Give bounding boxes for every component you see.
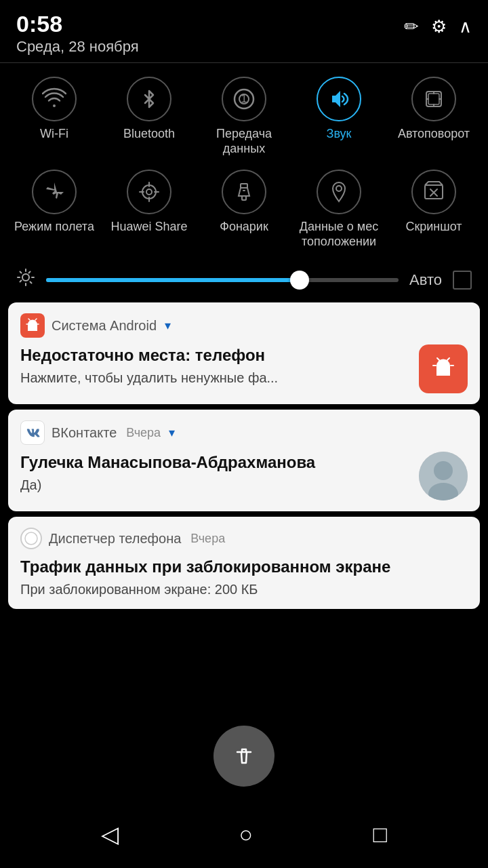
svg-point-13: [434, 461, 453, 480]
status-bar: 0:58 Среда, 28 ноября ✏ ⚙ ∧: [0, 0, 488, 62]
back-button[interactable]: ◁: [101, 821, 119, 848]
brightness-auto-label: Авто: [409, 271, 442, 289]
notif-header-android: Система Android ▾: [20, 313, 468, 338]
svg-point-15: [25, 532, 37, 545]
qs-autorotate[interactable]: Автоповорот: [390, 77, 478, 156]
notif-header-vk: ВКонтакте Вчера ▾: [20, 420, 468, 445]
qs-bluetooth[interactable]: Bluetooth: [105, 77, 193, 156]
vk-notif-dropdown[interactable]: ▾: [169, 425, 175, 440]
qs-huawei-share[interactable]: Huawei Share: [105, 170, 193, 249]
qs-sound[interactable]: Звук: [295, 77, 383, 156]
wifi-label: Wi-Fi: [40, 127, 68, 142]
status-action-icons: ✏ ⚙ ∧: [404, 12, 472, 37]
svg-point-9: [336, 186, 342, 191]
clear-notifications-area: [214, 726, 274, 787]
vk-notif-title: Гулечка Манасыпова-Абдрахманова: [20, 452, 411, 473]
android-system-app-icon: [20, 313, 45, 338]
phone-manager-notif-title: Трафик данных при заблокированном экране: [20, 556, 468, 577]
android-notif-dropdown[interactable]: ▾: [165, 318, 171, 333]
vk-avatar: [419, 452, 468, 500]
svg-rect-8: [242, 196, 246, 200]
brightness-icon: [16, 268, 35, 292]
android-notif-content: Недостаточно места: телефон Нажмите, что…: [20, 344, 468, 393]
qs-screenshot[interactable]: Скриншот: [390, 170, 478, 249]
screenshot-icon: [411, 170, 456, 214]
home-button[interactable]: ○: [239, 821, 253, 848]
android-notif-body: Нажмите, чтобы удалить ненужные фа...: [20, 369, 411, 387]
brightness-control: Авто: [0, 262, 488, 297]
brightness-thumb: [290, 271, 309, 290]
navigation-bar: ◁ ○ □: [0, 800, 488, 868]
android-notif-title: Недостаточно места: телефон: [20, 344, 411, 366]
phone-manager-app-icon: [20, 528, 42, 549]
screenshot-label: Скриншот: [405, 220, 462, 235]
svg-point-6: [146, 189, 152, 195]
android-system-app-name: Система Android: [52, 318, 157, 334]
brightness-fill: [46, 278, 300, 282]
edit-icon[interactable]: ✏: [404, 16, 419, 37]
svg-rect-4: [428, 94, 439, 104]
data-label: Передача данных: [200, 127, 288, 156]
wifi-icon: [32, 77, 77, 121]
qs-location[interactable]: Данные о мес тоположении: [295, 170, 383, 249]
phone-manager-app-name: Диспетчер телефона: [49, 531, 181, 547]
android-notif-text: Недостаточно места: телефон Нажмите, что…: [20, 344, 411, 386]
notification-phone-manager[interactable]: Диспетчер телефона Вчера Трафик данных п…: [8, 517, 480, 608]
bluetooth-icon: [127, 77, 171, 121]
notifications-list: Система Android ▾ Недостаточно места: те…: [0, 297, 488, 614]
sound-icon: [317, 77, 361, 121]
location-icon: [317, 170, 361, 214]
airplane-label: Режим полета: [14, 220, 94, 235]
notification-android-system[interactable]: Система Android ▾ Недостаточно места: те…: [8, 302, 480, 404]
vk-notif-time: Вчера: [126, 426, 161, 440]
status-time-date: 0:58 Среда, 28 ноября: [16, 12, 139, 56]
vk-app-name: ВКонтакте: [52, 425, 117, 441]
settings-icon[interactable]: ⚙: [431, 16, 447, 37]
quick-settings-panel: Wi-Fi Bluetooth 1 Передача данных: [0, 63, 488, 262]
bluetooth-label: Bluetooth: [123, 127, 175, 142]
huawei-share-label: Huawei Share: [110, 220, 187, 235]
airplane-icon: [32, 170, 77, 214]
svg-point-11: [22, 274, 29, 281]
vk-notif-text: Гулечка Манасыпова-Абдрахманова Да): [20, 452, 411, 493]
recent-button[interactable]: □: [373, 821, 388, 848]
notif-header-phone: Диспетчер телефона Вчера: [20, 528, 468, 549]
vk-notif-body: Да): [20, 476, 411, 494]
quick-settings-row-2: Режим полета Huawei Share: [0, 163, 488, 256]
qs-flashlight[interactable]: Фонарик: [200, 170, 288, 249]
quick-settings-row-1: Wi-Fi Bluetooth 1 Передача данных: [0, 70, 488, 163]
notification-vk[interactable]: ВКонтакте Вчера ▾ Гулечка Манасыпова-Абд…: [8, 410, 480, 511]
flashlight-label: Фонарик: [220, 220, 268, 235]
location-label: Данные о мес тоположении: [295, 220, 383, 249]
date: Среда, 28 ноября: [16, 38, 139, 56]
autorotate-icon: [411, 77, 456, 121]
clear-all-button[interactable]: [214, 726, 274, 787]
autorotate-label: Автоповорот: [398, 127, 470, 142]
vk-app-icon: [20, 420, 45, 445]
phone-manager-time: Вчера: [190, 532, 225, 546]
huawei-share-icon: [127, 170, 171, 214]
qs-airplane[interactable]: Режим полета: [10, 170, 98, 249]
vk-notif-content: Гулечка Манасыпова-Абдрахманова Да): [20, 452, 468, 500]
phone-manager-notif-body: При заблокированном экране: 200 КБ: [20, 580, 468, 598]
collapse-icon[interactable]: ∧: [459, 16, 472, 37]
clock: 0:58: [16, 12, 139, 35]
android-notif-action-icon: [419, 344, 468, 393]
flashlight-icon: [222, 170, 266, 214]
qs-data[interactable]: 1 Передача данных: [200, 77, 288, 156]
data-icon: 1: [222, 77, 266, 121]
sound-label: Звук: [327, 127, 352, 142]
brightness-slider[interactable]: [46, 278, 399, 282]
brightness-auto-checkbox[interactable]: [453, 271, 472, 290]
qs-wifi[interactable]: Wi-Fi: [10, 77, 98, 156]
phone-manager-notif-text: Трафик данных при заблокированном экране…: [20, 556, 468, 597]
